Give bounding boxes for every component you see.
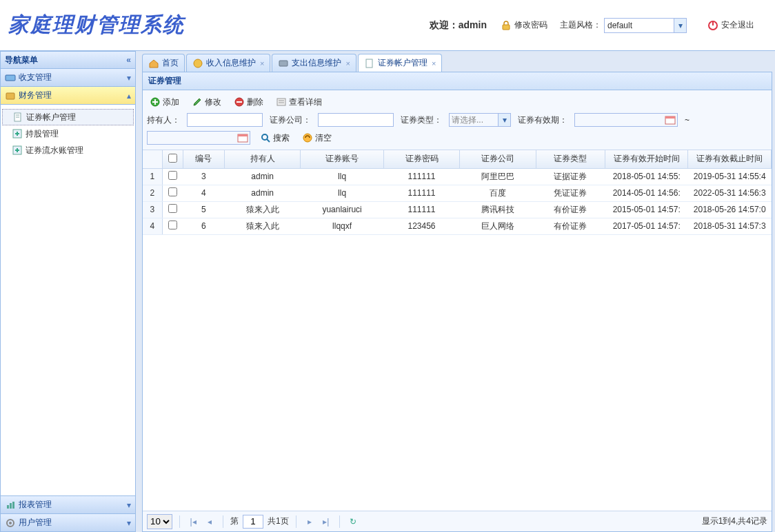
nav-sidebar: 导航菜单 « 收支管理▾ 财务管理▴ 证券帐户管理 持股管理 证券流水账管理 [0,51,139,532]
edit-button[interactable]: 修改 [189,95,224,110]
svg-rect-4 [6,93,14,99]
panel-title: 证券管理 [143,72,772,90]
valid-label: 证券有效期： [518,114,567,126]
wallet-icon [5,90,16,101]
close-icon[interactable]: × [432,59,436,68]
pager: 10 |◂ ◂ 第 共1页 ▸ ▸| ↻ 显示1到4,共4记录 [143,511,772,531]
add-icon [150,96,161,108]
nav-header: 导航菜单 « [0,51,136,69]
money-icon [5,72,16,83]
search-icon [260,132,271,143]
svg-rect-3 [6,75,15,81]
valid-from-input[interactable] [574,113,678,127]
delete-button[interactable]: 删除 [231,95,266,110]
svg-rect-16 [12,502,14,509]
search-button[interactable]: 搜索 [257,131,292,145]
document-icon [364,58,375,69]
company-input[interactable] [318,113,394,127]
page-size-select[interactable]: 10 [147,514,172,529]
change-password-link[interactable]: 修改密码 [501,19,547,31]
wallet-icon [278,58,289,69]
sidebar-item-holdings[interactable]: 持股管理 [2,125,134,142]
svg-point-34 [262,134,268,140]
svg-line-35 [267,139,270,142]
data-grid: 编号 持有人 证券账号 证券密码 证券公司 证券类型 证券有效开始时间 证券有效… [143,150,772,511]
lock-icon [501,20,512,31]
row-checkbox[interactable] [168,171,177,180]
svg-point-18 [9,522,12,524]
table-row[interactable]: 24adminllq111111百度凭证证券2014-05-01 14:56:2… [143,185,772,201]
document-icon [12,112,23,123]
table-row[interactable]: 13adminllq111111阿里巴巴证据证券2018-05-01 14:55… [143,168,772,185]
grid-header-row: 编号 持有人 证券账号 证券密码 证券公司 证券类型 证券有效开始时间 证券有效… [143,150,772,168]
tab-bar: 首页 收入信息维护 × 支出信息维护 × 证券帐户管理 × [139,51,775,72]
owner-label: 持有人： [147,114,180,126]
tab-home[interactable]: 首页 [142,54,185,72]
theme-label: 主题风格： [560,19,601,31]
sidebar-group-report[interactable]: 报表管理▾ [0,496,136,514]
app-title: 家庭理财管理系统 [8,11,185,39]
refresh-button[interactable]: ↻ [347,515,359,528]
svg-rect-14 [7,505,9,509]
owner-input[interactable] [187,113,263,127]
home-icon [148,58,159,69]
company-label: 证券公司： [270,114,311,126]
clear-icon [302,132,313,143]
first-page-button[interactable]: |◂ [187,515,199,528]
tab-income[interactable]: 收入信息维护 × [186,54,270,72]
detail-icon [276,96,287,108]
close-icon[interactable]: × [345,59,350,68]
pencil-icon [192,96,203,108]
svg-rect-15 [10,503,12,509]
chart-icon [5,500,16,511]
tab-securities-account[interactable]: 证券帐户管理 × [358,54,442,72]
svg-rect-33 [238,134,248,136]
chevron-down-icon: ▾ [498,114,510,126]
calendar-icon [665,114,676,125]
gear-icon [5,518,16,529]
table-row[interactable]: 35猿来入此yuanlairuci111111腾讯科技有价证券2015-05-0… [143,201,772,218]
clear-button[interactable]: 清空 [299,131,334,145]
detail-button[interactable]: 查看详细 [273,95,325,110]
tilde: ~ [685,115,690,125]
svg-point-36 [303,134,312,142]
delete-icon [234,96,245,108]
content-area: 首页 收入信息维护 × 支出信息维护 × 证券帐户管理 × 证券管理 [139,51,775,532]
row-checkbox[interactable] [168,187,177,196]
welcome-text: 欢迎：admin [430,19,487,32]
valid-to-input[interactable] [147,131,250,145]
sidebar-item-securities-account[interactable]: 证券帐户管理 [2,109,134,125]
sidebar-item-securities-ledger[interactable]: 证券流水账管理 [2,142,134,158]
row-checkbox[interactable] [168,204,177,213]
sidebar-group-user[interactable]: 用户管理▾ [0,514,136,532]
svg-rect-21 [366,59,372,68]
app-header: 家庭理财管理系统 欢迎：admin 修改密码 主题风格： default ▾ 安… [0,0,775,51]
next-page-button[interactable]: ▸ [303,515,316,528]
last-page-button[interactable]: ▸| [320,515,332,528]
tab-expense[interactable]: 支出信息维护 × [272,54,356,72]
svg-point-19 [194,59,202,68]
toolbar: 添加 修改 删除 查看详细 持有人： 证券公司： 证券类型： 请选择...▾ 证… [143,90,772,150]
chevron-down-icon: ▾ [674,19,686,32]
close-icon[interactable]: × [260,59,264,68]
theme-select[interactable]: default ▾ [604,18,687,33]
type-select[interactable]: 请选择...▾ [449,113,511,127]
pager-info: 显示1到4,共4记录 [702,515,767,527]
logout-link[interactable]: 安全退出 [707,19,754,31]
table-row[interactable]: 46猿来入此llqqxf123456巨人网络有价证券2017-05-01 14:… [143,218,772,234]
plus-icon [12,145,23,156]
prev-page-button[interactable]: ◂ [203,515,216,528]
coin-icon [192,58,203,69]
row-checkbox[interactable] [168,221,177,229]
power-icon [707,20,718,31]
select-all-checkbox[interactable] [168,154,177,163]
sidebar-group-finance[interactable]: 财务管理▴ [0,87,136,105]
add-button[interactable]: 添加 [147,95,182,110]
collapse-icon[interactable]: « [126,55,131,65]
svg-rect-27 [277,99,285,105]
type-label: 证券类型： [401,114,442,126]
svg-rect-31 [665,116,675,119]
sidebar-group-income-expense[interactable]: 收支管理▾ [0,69,136,87]
svg-rect-20 [279,61,288,66]
page-number-input[interactable] [243,515,263,529]
